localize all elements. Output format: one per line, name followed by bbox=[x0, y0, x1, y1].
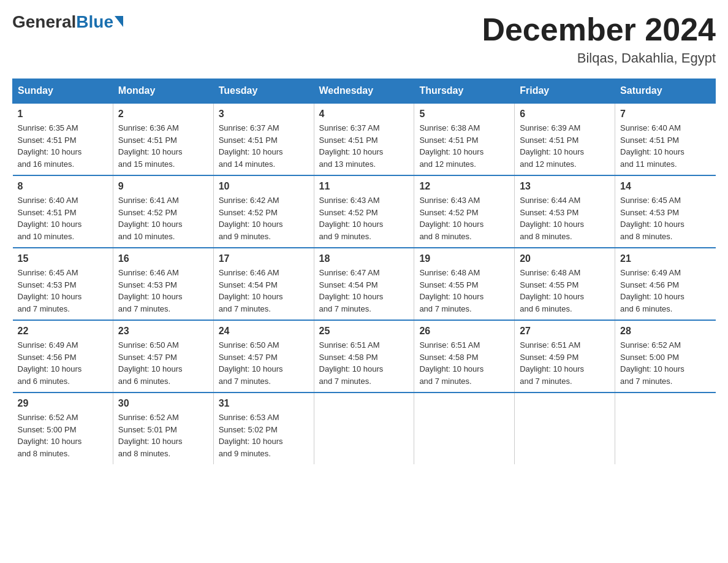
day-info: Sunrise: 6:46 AM Sunset: 4:53 PM Dayligh… bbox=[118, 267, 208, 315]
day-number: 10 bbox=[219, 181, 309, 192]
day-info: Sunrise: 6:39 AM Sunset: 4:51 PM Dayligh… bbox=[520, 122, 610, 170]
day-number: 3 bbox=[219, 109, 309, 120]
calendar-cell: 5Sunrise: 6:38 AM Sunset: 4:51 PM Daylig… bbox=[414, 103, 515, 175]
calendar-cell bbox=[314, 393, 414, 464]
weekday-header-row: SundayMondayTuesdayWednesdayThursdayFrid… bbox=[13, 79, 716, 104]
day-number: 16 bbox=[118, 253, 208, 264]
day-info: Sunrise: 6:44 AM Sunset: 4:53 PM Dayligh… bbox=[520, 194, 610, 242]
day-info: Sunrise: 6:43 AM Sunset: 4:52 PM Dayligh… bbox=[419, 194, 509, 242]
day-info: Sunrise: 6:40 AM Sunset: 4:51 PM Dayligh… bbox=[620, 122, 710, 170]
calendar-cell: 28Sunrise: 6:52 AM Sunset: 5:00 PM Dayli… bbox=[615, 320, 716, 393]
calendar-cell: 26Sunrise: 6:51 AM Sunset: 4:58 PM Dayli… bbox=[414, 320, 515, 393]
day-info: Sunrise: 6:41 AM Sunset: 4:52 PM Dayligh… bbox=[118, 194, 208, 242]
day-number: 8 bbox=[18, 181, 108, 192]
calendar-cell: 7Sunrise: 6:40 AM Sunset: 4:51 PM Daylig… bbox=[615, 103, 716, 175]
calendar-cell: 23Sunrise: 6:50 AM Sunset: 4:57 PM Dayli… bbox=[113, 320, 213, 393]
day-number: 6 bbox=[520, 109, 610, 120]
calendar-cell: 24Sunrise: 6:50 AM Sunset: 4:57 PM Dayli… bbox=[213, 320, 314, 393]
day-number: 23 bbox=[118, 326, 208, 337]
day-info: Sunrise: 6:37 AM Sunset: 4:51 PM Dayligh… bbox=[219, 122, 309, 170]
calendar-week-row: 8Sunrise: 6:40 AM Sunset: 4:51 PM Daylig… bbox=[13, 175, 716, 248]
day-info: Sunrise: 6:45 AM Sunset: 4:53 PM Dayligh… bbox=[620, 194, 710, 242]
calendar-cell: 14Sunrise: 6:45 AM Sunset: 4:53 PM Dayli… bbox=[615, 175, 716, 248]
month-title: December 2024 bbox=[482, 12, 716, 47]
calendar-week-row: 22Sunrise: 6:49 AM Sunset: 4:56 PM Dayli… bbox=[13, 320, 716, 393]
day-info: Sunrise: 6:53 AM Sunset: 5:02 PM Dayligh… bbox=[219, 412, 309, 459]
day-number: 2 bbox=[118, 109, 208, 120]
day-info: Sunrise: 6:48 AM Sunset: 4:55 PM Dayligh… bbox=[520, 267, 610, 315]
logo-blue-text: Blue bbox=[76, 12, 113, 32]
day-info: Sunrise: 6:52 AM Sunset: 5:00 PM Dayligh… bbox=[18, 412, 108, 459]
day-number: 28 bbox=[620, 326, 710, 337]
day-number: 22 bbox=[18, 326, 108, 337]
calendar-week-row: 1Sunrise: 6:35 AM Sunset: 4:51 PM Daylig… bbox=[13, 103, 716, 175]
day-info: Sunrise: 6:48 AM Sunset: 4:55 PM Dayligh… bbox=[419, 267, 509, 315]
title-area: December 2024 Bilqas, Dakahlia, Egypt bbox=[482, 12, 716, 66]
calendar-cell: 31Sunrise: 6:53 AM Sunset: 5:02 PM Dayli… bbox=[213, 393, 314, 464]
day-number: 31 bbox=[219, 398, 309, 409]
calendar-cell: 1Sunrise: 6:35 AM Sunset: 4:51 PM Daylig… bbox=[13, 103, 113, 175]
day-number: 19 bbox=[419, 253, 509, 264]
calendar-cell: 12Sunrise: 6:43 AM Sunset: 4:52 PM Dayli… bbox=[414, 175, 515, 248]
day-info: Sunrise: 6:52 AM Sunset: 5:00 PM Dayligh… bbox=[620, 339, 710, 387]
calendar-cell: 3Sunrise: 6:37 AM Sunset: 4:51 PM Daylig… bbox=[213, 103, 314, 175]
weekday-header-thursday: Thursday bbox=[414, 79, 515, 104]
day-info: Sunrise: 6:50 AM Sunset: 4:57 PM Dayligh… bbox=[118, 339, 208, 387]
day-number: 5 bbox=[419, 109, 509, 120]
day-info: Sunrise: 6:36 AM Sunset: 4:51 PM Dayligh… bbox=[118, 122, 208, 170]
calendar-cell: 21Sunrise: 6:49 AM Sunset: 4:56 PM Dayli… bbox=[615, 248, 716, 320]
calendar-cell: 17Sunrise: 6:46 AM Sunset: 4:54 PM Dayli… bbox=[213, 248, 314, 320]
day-number: 12 bbox=[419, 181, 509, 192]
day-info: Sunrise: 6:46 AM Sunset: 4:54 PM Dayligh… bbox=[219, 267, 309, 315]
calendar-week-row: 15Sunrise: 6:45 AM Sunset: 4:53 PM Dayli… bbox=[13, 248, 716, 320]
calendar-cell: 20Sunrise: 6:48 AM Sunset: 4:55 PM Dayli… bbox=[515, 248, 615, 320]
day-number: 1 bbox=[18, 109, 108, 120]
day-info: Sunrise: 6:51 AM Sunset: 4:58 PM Dayligh… bbox=[319, 339, 409, 387]
day-info: Sunrise: 6:43 AM Sunset: 4:52 PM Dayligh… bbox=[319, 194, 409, 242]
day-number: 7 bbox=[620, 109, 710, 120]
weekday-header-saturday: Saturday bbox=[615, 79, 716, 104]
day-number: 15 bbox=[18, 253, 108, 264]
day-number: 27 bbox=[520, 326, 610, 337]
day-info: Sunrise: 6:37 AM Sunset: 4:51 PM Dayligh… bbox=[319, 122, 409, 170]
calendar-cell: 9Sunrise: 6:41 AM Sunset: 4:52 PM Daylig… bbox=[113, 175, 213, 248]
day-number: 4 bbox=[319, 109, 409, 120]
calendar-cell: 16Sunrise: 6:46 AM Sunset: 4:53 PM Dayli… bbox=[113, 248, 213, 320]
day-number: 13 bbox=[520, 181, 610, 192]
calendar-cell: 2Sunrise: 6:36 AM Sunset: 4:51 PM Daylig… bbox=[113, 103, 213, 175]
day-number: 20 bbox=[520, 253, 610, 264]
day-number: 24 bbox=[219, 326, 309, 337]
location-subtitle: Bilqas, Dakahlia, Egypt bbox=[482, 50, 716, 66]
calendar-cell: 6Sunrise: 6:39 AM Sunset: 4:51 PM Daylig… bbox=[515, 103, 615, 175]
day-number: 26 bbox=[419, 326, 509, 337]
weekday-header-sunday: Sunday bbox=[13, 79, 113, 104]
calendar-cell: 25Sunrise: 6:51 AM Sunset: 4:58 PM Dayli… bbox=[314, 320, 414, 393]
day-info: Sunrise: 6:35 AM Sunset: 4:51 PM Dayligh… bbox=[18, 122, 108, 170]
day-info: Sunrise: 6:49 AM Sunset: 4:56 PM Dayligh… bbox=[18, 339, 108, 387]
day-info: Sunrise: 6:50 AM Sunset: 4:57 PM Dayligh… bbox=[219, 339, 309, 387]
calendar-cell bbox=[414, 393, 515, 464]
calendar-cell: 11Sunrise: 6:43 AM Sunset: 4:52 PM Dayli… bbox=[314, 175, 414, 248]
day-info: Sunrise: 6:52 AM Sunset: 5:01 PM Dayligh… bbox=[118, 412, 208, 459]
calendar-cell: 4Sunrise: 6:37 AM Sunset: 4:51 PM Daylig… bbox=[314, 103, 414, 175]
logo-general-text: General bbox=[12, 12, 76, 32]
day-info: Sunrise: 6:51 AM Sunset: 4:58 PM Dayligh… bbox=[419, 339, 509, 387]
day-number: 30 bbox=[118, 398, 208, 409]
calendar-cell: 13Sunrise: 6:44 AM Sunset: 4:53 PM Dayli… bbox=[515, 175, 615, 248]
day-info: Sunrise: 6:38 AM Sunset: 4:51 PM Dayligh… bbox=[419, 122, 509, 170]
logo-arrow-icon bbox=[115, 16, 123, 27]
weekday-header-friday: Friday bbox=[515, 79, 615, 104]
calendar-cell: 29Sunrise: 6:52 AM Sunset: 5:00 PM Dayli… bbox=[13, 393, 113, 464]
day-number: 14 bbox=[620, 181, 710, 192]
day-number: 11 bbox=[319, 181, 409, 192]
weekday-header-tuesday: Tuesday bbox=[213, 79, 314, 104]
day-info: Sunrise: 6:40 AM Sunset: 4:51 PM Dayligh… bbox=[18, 194, 108, 242]
weekday-header-wednesday: Wednesday bbox=[314, 79, 414, 104]
day-number: 9 bbox=[118, 181, 208, 192]
calendar-cell: 8Sunrise: 6:40 AM Sunset: 4:51 PM Daylig… bbox=[13, 175, 113, 248]
day-number: 21 bbox=[620, 253, 710, 264]
calendar-cell: 27Sunrise: 6:51 AM Sunset: 4:59 PM Dayli… bbox=[515, 320, 615, 393]
day-info: Sunrise: 6:47 AM Sunset: 4:54 PM Dayligh… bbox=[319, 267, 409, 315]
calendar-table: SundayMondayTuesdayWednesdayThursdayFrid… bbox=[12, 79, 716, 464]
day-number: 17 bbox=[219, 253, 309, 264]
